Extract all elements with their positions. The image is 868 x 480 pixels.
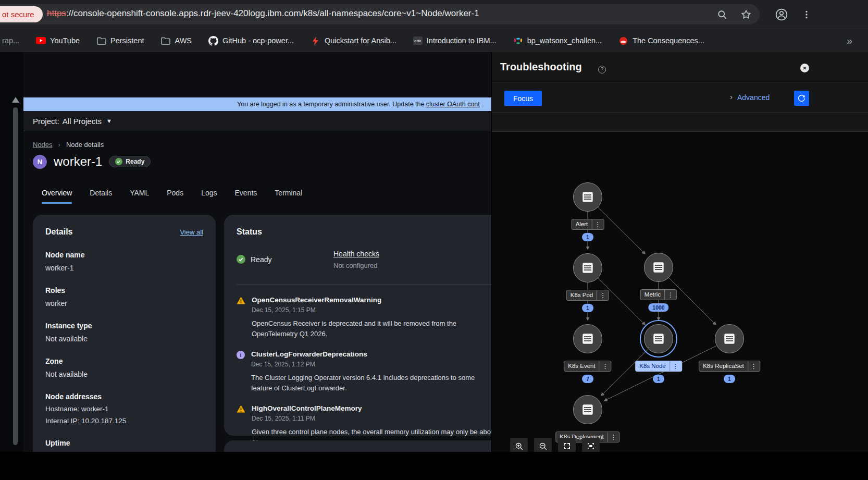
breadcrumb-nodes-link[interactable]: Nodes xyxy=(33,141,53,149)
chevron-down-icon: ▼ xyxy=(106,118,112,124)
browser-toolbar: ot secure https://console-openshift-cons… xyxy=(0,0,868,29)
bookmark-item[interactable]: edx Introduction to IBM... xyxy=(413,36,497,45)
graph-label-k8s-replicaset[interactable]: K8s ReplicaSet⋮ xyxy=(699,361,760,372)
tab-bar: Overview Details YAML Pods Logs Events T… xyxy=(0,189,302,204)
bookmark-item[interactable]: Persistent xyxy=(96,36,144,46)
zoom-out-icon xyxy=(539,442,548,451)
breadcrumb: Nodes › Node details xyxy=(33,141,104,149)
server-icon xyxy=(581,403,594,416)
detail-field: Node name worker-1 xyxy=(45,251,203,272)
refresh-button[interactable] xyxy=(794,91,809,106)
node-menu-kebab-icon[interactable]: ⋮ xyxy=(669,361,681,371)
graph-label-alert[interactable]: Alert⋮ xyxy=(572,219,604,230)
omnibox[interactable]: ot secure https://console-openshift-cons… xyxy=(0,4,760,24)
graph-node-metric[interactable] xyxy=(644,253,673,282)
alert-body: The Cluster Logging Operator version 6.4… xyxy=(251,373,491,393)
slack-icon xyxy=(513,36,523,46)
alert-title: OpenCensusReceiverRemovalWarning xyxy=(252,296,491,304)
field-label: Instance type xyxy=(45,322,203,330)
close-icon[interactable]: ✕ xyxy=(800,64,809,72)
topology-graph[interactable]: Alert⋮ K8s Pod⋮ Metric⋮ K8s Event⋮ K8s N… xyxy=(492,132,868,452)
health-checks-link[interactable]: Health checks xyxy=(333,250,379,258)
advanced-link[interactable]: Advanced xyxy=(737,93,770,102)
view-all-link[interactable]: View all xyxy=(180,228,203,236)
graph-label-k8s-event[interactable]: K8s Event⋮ xyxy=(564,361,611,372)
menu-kebab-icon[interactable] xyxy=(799,7,814,22)
graph-node-k8s-event[interactable] xyxy=(573,324,602,353)
field-value: Not available xyxy=(45,335,203,343)
bookmark-label: Quickstart for Ansib... xyxy=(325,36,396,45)
field-label: Zone xyxy=(45,357,203,365)
bookmark-item[interactable]: The Consequences... xyxy=(618,36,704,46)
fit-to-screen-icon xyxy=(587,442,595,450)
graph-label-k8s-node[interactable]: K8s Node⋮ xyxy=(635,361,682,372)
project-selector[interactable]: Project: All Projects ▼ xyxy=(23,111,491,131)
bookmarks-overflow-chevron[interactable]: » xyxy=(847,35,852,47)
bookmark-star-icon[interactable] xyxy=(740,8,752,21)
check-circle-icon xyxy=(237,255,245,264)
graph-label-metric[interactable]: Metric⋮ xyxy=(640,289,677,300)
bookmark-item[interactable]: rap... xyxy=(2,36,19,45)
security-chip-label: ot secure xyxy=(2,10,34,19)
help-icon[interactable]: ? xyxy=(598,66,606,73)
login-banner: You are logged in as a temporary adminis… xyxy=(23,97,491,111)
graph-label-k8s-pod[interactable]: K8s Pod⋮ xyxy=(566,290,609,301)
node-status-badge[interactable]: Ready xyxy=(109,156,151,167)
graph-label-text: K8s Event xyxy=(564,361,599,371)
security-chip[interactable]: ot secure xyxy=(0,6,43,22)
tab-pods[interactable]: Pods xyxy=(167,189,183,204)
field-value: Not available xyxy=(45,370,203,378)
divider xyxy=(237,284,491,285)
bookmark-item[interactable]: GitHub - ocp-power... xyxy=(208,36,294,46)
server-icon xyxy=(581,261,594,275)
focus-button[interactable]: Focus xyxy=(504,91,542,106)
field-value: worker xyxy=(45,299,203,307)
tab-events[interactable]: Events xyxy=(235,189,257,204)
check-circle-icon xyxy=(115,158,122,165)
tab-terminal[interactable]: Terminal xyxy=(275,189,302,204)
bookmark-label: Introduction to IBM... xyxy=(427,36,497,45)
project-value: All Projects xyxy=(63,117,102,126)
oauth-config-link[interactable]: cluster OAuth cont xyxy=(426,101,480,108)
server-icon xyxy=(581,332,594,346)
fit-to-screen-button[interactable] xyxy=(582,438,600,452)
scrollbar-thumb[interactable] xyxy=(13,107,18,445)
graph-node-k8s-deployment[interactable] xyxy=(573,395,602,424)
node-menu-kebab-icon[interactable]: ⋮ xyxy=(599,361,611,371)
graph-node-alert[interactable] xyxy=(573,182,602,212)
zoom-out-button[interactable] xyxy=(534,438,552,452)
breadcrumb-separator: › xyxy=(58,141,60,149)
bookmark-item[interactable]: AWS xyxy=(161,36,192,46)
tab-logs[interactable]: Logs xyxy=(201,189,217,204)
maximize-button[interactable] xyxy=(558,438,576,452)
bookmark-label: rap... xyxy=(2,36,19,45)
zoom-in-button[interactable] xyxy=(510,438,528,452)
tab-yaml[interactable]: YAML xyxy=(130,189,149,204)
node-kind-badge: N xyxy=(33,155,47,169)
graph-node-k8s-replicaset[interactable] xyxy=(715,324,744,353)
bookmark-label: YouTube xyxy=(50,36,80,45)
folder-icon xyxy=(96,36,106,46)
tab-overview[interactable]: Overview xyxy=(42,189,72,204)
scroll-up-arrow[interactable] xyxy=(12,97,19,103)
graph-node-k8s-pod[interactable] xyxy=(573,253,602,282)
bookmark-item[interactable]: YouTube xyxy=(36,36,80,46)
node-menu-kebab-icon[interactable]: ⋮ xyxy=(748,361,760,371)
bookmark-item[interactable]: Quickstart for Ansib... xyxy=(311,36,396,46)
ready-status-text: Ready xyxy=(251,255,271,264)
bookmark-label: AWS xyxy=(175,36,192,45)
node-menu-kebab-icon[interactable]: ⋮ xyxy=(664,290,676,300)
node-menu-kebab-icon[interactable]: ⋮ xyxy=(591,219,603,229)
detail-field: Node addresses Hostname: worker-1 Intern… xyxy=(45,392,203,425)
graph-node-k8s-node[interactable] xyxy=(644,324,673,353)
page-title: worker-1 xyxy=(54,154,102,169)
tab-details[interactable]: Details xyxy=(90,189,112,204)
detail-field: Zone Not available xyxy=(45,357,203,378)
search-icon[interactable] xyxy=(716,8,728,21)
alert-item: OpenCensusReceiverRemovalWarning Dec 15,… xyxy=(237,296,491,339)
bookmark-item[interactable]: bp_watsonx_challen... xyxy=(513,36,602,46)
node-menu-kebab-icon[interactable]: ⋮ xyxy=(597,290,609,300)
node-menu-kebab-icon[interactable]: ⋮ xyxy=(607,432,619,442)
profile-icon[interactable] xyxy=(774,7,789,22)
detail-field: Roles worker xyxy=(45,286,203,307)
